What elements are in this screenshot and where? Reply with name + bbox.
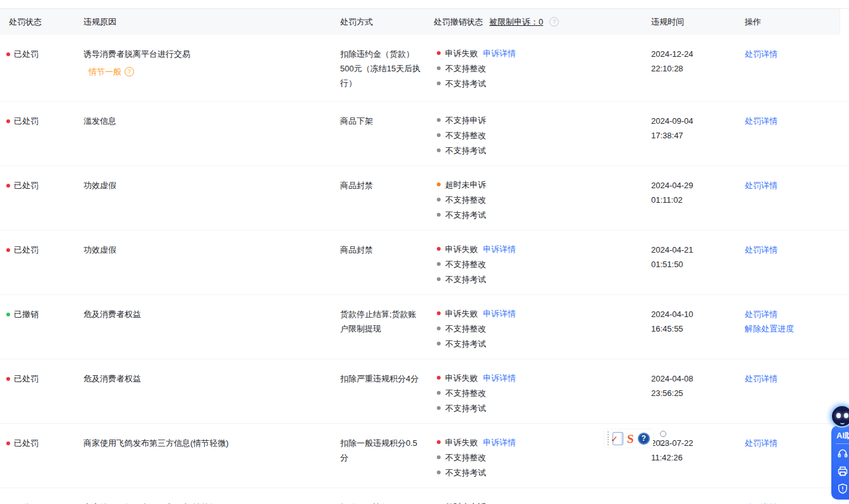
col-header-penalty-status: 处罚状态 <box>9 9 42 35</box>
penalty-detail-link[interactable]: 处罚详情 <box>745 178 827 193</box>
actions-cell: 处罚详情 <box>745 47 827 61</box>
col-header-label: 处罚状态 <box>9 16 42 28</box>
violation-reason: 危及消费者权益 <box>83 307 330 321</box>
table-row: 已撤销危及消费者权益货款停止结算;货款账户限制提现申诉失败申诉详情不支持整改不支… <box>0 295 849 359</box>
revocation-status-label: 申诉失败 <box>445 242 478 256</box>
status-dot <box>437 81 441 85</box>
penalty-detail-link[interactable]: 处罚详情 <box>745 307 827 321</box>
robot-mouth <box>840 421 845 424</box>
violation-reason: 商家使用飞鸽发布第三方信息(情节轻微) <box>83 436 330 450</box>
robot-eye <box>836 413 841 418</box>
revocation-status-item: 超时未申诉 <box>437 499 486 504</box>
penalty-status-label: 已处罚 <box>14 371 39 386</box>
revocation-status-label: 申诉失败 <box>445 371 478 385</box>
shield-alert-icon[interactable] <box>836 483 849 495</box>
penalty-status-label: 已处罚 <box>14 114 39 128</box>
revocation-status-label: 不支持整改 <box>445 386 486 400</box>
status-dot <box>437 406 441 410</box>
revocation-status-cell: 申诉失败申诉详情不支持整改不支持考试 <box>437 241 516 287</box>
s-logo-icon[interactable]: S <box>626 433 634 445</box>
status-dot <box>437 118 441 122</box>
violation-reason: 功效虚假 <box>83 178 330 193</box>
penalty-method: 商品封禁 <box>340 178 424 193</box>
penalty-status-cell: 已处罚 <box>6 114 39 128</box>
drag-handle-icon[interactable] <box>608 431 609 445</box>
printer-icon[interactable] <box>836 465 849 477</box>
table-row: 已处罚功效虚假商品封禁超时未申诉不支持整改不支持考试2024-04-29 01:… <box>0 166 849 231</box>
penalty-method: 货款停止结算;货款账户限制提现 <box>340 307 424 336</box>
restricted-appeal-link[interactable]: 被限制申诉：0 <box>489 16 543 28</box>
revocation-status-item: 超时未申诉 <box>437 177 486 192</box>
revocation-status-item: 不支持考试 <box>437 272 516 287</box>
appeal-detail-link[interactable]: 申诉详情 <box>483 435 516 450</box>
penalty-method: 商品下架 <box>340 114 424 128</box>
violation-reason-cell: 商家使用飞鸽发布第三方信息(情节轻微) <box>83 436 330 450</box>
ai-assistant-label[interactable]: AI助手 <box>836 430 849 441</box>
lift-disposal-progress-link[interactable]: 解除处置进度 <box>745 321 827 336</box>
penalty-detail-link[interactable]: 处罚详情 <box>745 371 827 386</box>
violation-reason: 功效虚假 <box>83 243 330 257</box>
violation-time: 2024-04-21 01:51:50 <box>651 243 707 272</box>
penalty-status-label: 已处罚 <box>14 500 39 504</box>
col-header-label: 操作 <box>745 16 761 28</box>
mini-square-icon[interactable] <box>660 440 666 445</box>
violation-time: 2023-07-05 <box>651 500 707 504</box>
revocation-status-cell: 超时未申诉 <box>437 499 486 504</box>
help-icon[interactable]: ? <box>549 17 559 27</box>
status-dot <box>6 248 10 252</box>
status-dot <box>437 277 441 281</box>
severity-tag-label: 情节一般 <box>89 64 121 79</box>
actions-cell: 处罚详情 <box>745 436 827 450</box>
penalty-detail-link[interactable]: 处罚详情 <box>745 243 827 257</box>
penalty-detail-link[interactable]: 处罚详情 <box>745 47 827 61</box>
revocation-status-label: 不支持考试 <box>445 272 486 287</box>
penalty-method: 扣除违约金（货款）500元（冻结15天后执行） <box>340 47 424 90</box>
revocation-status-item: 申诉失败申诉详情 <box>437 370 516 385</box>
violation-time: 2024-09-04 17:38:47 <box>651 114 707 143</box>
penalty-detail-link[interactable]: 处罚详情 <box>745 114 827 128</box>
revocation-status-item: 不支持整改 <box>437 192 486 207</box>
violation-reason-cell: 功效虚假 <box>83 243 330 257</box>
penalty-management-page: 处罚状态 违规原因 处罚方式 处罚撤销状态 被限制申诉：0 ? 违规时间 操作 … <box>0 0 849 504</box>
table-row: 已处罚商家使用飞鸽发布第三方信息(情节轻微)扣除一般违规积分0.5分申诉失败申诉… <box>0 424 849 488</box>
note-check-icon[interactable] <box>613 432 623 445</box>
revocation-status-label: 不支持申诉 <box>445 113 486 128</box>
revocation-status-item: 不支持考试 <box>437 143 486 158</box>
revocation-status-item: 不支持考试 <box>437 400 516 416</box>
appeal-detail-link[interactable]: 申诉详情 <box>483 306 516 321</box>
revocation-status-label: 不支持整改 <box>445 128 486 143</box>
revocation-status-label: 不支持考试 <box>445 337 486 351</box>
table-row: 已处罚商家使用飞鸽发布第三方信息(情节轻微)扣除一般违规积分0.5分超时未申诉2… <box>0 488 849 504</box>
question-icon[interactable]: ? <box>638 433 650 445</box>
appeal-detail-link[interactable]: 申诉详情 <box>483 46 516 61</box>
col-header-violation-reason: 违规原因 <box>83 9 116 35</box>
violation-time: 2024-04-29 01:11:02 <box>651 178 707 207</box>
revocation-status-label: 申诉失败 <box>445 435 478 450</box>
violation-time: 2024-12-24 22:10:28 <box>651 47 707 76</box>
penalty-method: 扣除一般违规积分0.5分 <box>340 500 424 504</box>
actions-cell: 处罚详情 <box>745 114 827 128</box>
status-dot <box>437 342 441 345</box>
severity-tag: 情节一般? <box>89 64 330 79</box>
penalty-status-cell: 已处罚 <box>6 371 39 386</box>
revocation-status-item: 不支持整改 <box>437 450 516 465</box>
penalty-detail-link[interactable]: 处罚详情 <box>745 500 827 504</box>
status-dot <box>437 198 441 201</box>
appeal-detail-link[interactable]: 申诉详情 <box>483 371 516 385</box>
revocation-status-label: 不支持考试 <box>445 208 486 222</box>
penalty-detail-link[interactable]: 处罚详情 <box>745 436 827 450</box>
revocation-status-label: 不支持整改 <box>445 257 486 272</box>
status-dot <box>437 327 441 330</box>
col-header-label: 处罚方式 <box>340 16 373 28</box>
penalty-status-label: 已撤销 <box>14 307 39 321</box>
status-dot <box>437 440 441 444</box>
status-dot <box>437 183 441 186</box>
headset-icon[interactable] <box>836 447 849 460</box>
revocation-status-cell: 不支持申诉不支持整改不支持考试 <box>437 112 486 158</box>
col-header-violation-time: 违规时间 <box>651 9 684 35</box>
mini-circle-icon[interactable] <box>660 431 666 437</box>
violation-time: 2024-04-08 23:56:25 <box>651 371 707 400</box>
ai-robot-avatar[interactable] <box>831 405 849 428</box>
appeal-detail-link[interactable]: 申诉详情 <box>483 242 516 256</box>
help-icon[interactable]: ? <box>125 67 134 76</box>
